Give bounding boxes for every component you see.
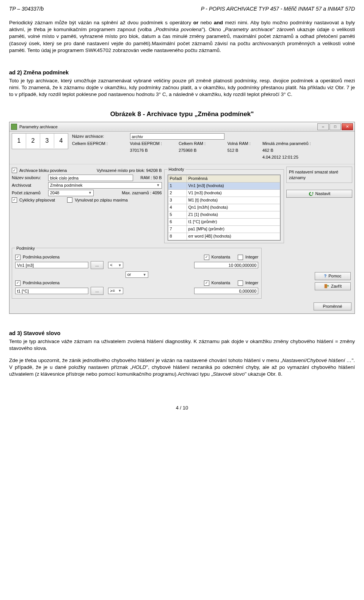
- values-legend: Hodnoty: [168, 167, 185, 172]
- stat-ram-total: 512 B: [228, 148, 259, 153]
- table-row: 7pa1 [MPa] (průměr): [168, 225, 280, 233]
- chk-cond1-const[interactable]: ✓: [204, 255, 209, 260]
- close-button[interactable]: ✕: [342, 123, 353, 130]
- page-footer: 4 / 10: [9, 405, 355, 411]
- left-panel: ✓ Archivace bloku povolena Vyhrazené mís…: [12, 167, 162, 243]
- chk-cond2-const[interactable]: ✓: [204, 280, 209, 286]
- stat-eeprom-total: 370176 B: [130, 148, 176, 153]
- record-count-select[interactable]: 2048▼: [48, 190, 94, 196]
- chk-cond1-int[interactable]: [238, 255, 243, 260]
- cond-operator-select[interactable]: or▼: [126, 271, 148, 278]
- tab-1[interactable]: 1: [12, 134, 26, 149]
- table-row: 5Z1 [1] (hodnota): [168, 211, 280, 218]
- doc-id: TP – 304337/b: [9, 5, 44, 13]
- stat-lastchange-lbl: Minulá změna parametrů :: [262, 141, 352, 146]
- chevron-down-icon: ▼: [157, 183, 160, 187]
- chevron-down-icon: ▼: [88, 191, 92, 195]
- set-button[interactable]: Nastavit: [286, 190, 352, 198]
- figure-caption: Obrázek 8 - Archivace typu „Změna podmín…: [9, 110, 355, 119]
- chk-cond1-label: Podmínka povolena: [23, 254, 60, 260]
- table-row: 4Qn1 [m3/h] (hodnota): [168, 204, 280, 211]
- minimize-button[interactable]: –: [317, 123, 329, 130]
- page-header: TP – 304337/b P - POPIS ARCHIVACE TYP 45…: [9, 5, 355, 13]
- values-group: Hodnoty PořadíProměnná 1Vn1 [m3] (hodnot…: [164, 167, 284, 243]
- values-grid[interactable]: PořadíProměnná 1Vn1 [m3] (hodnota) 2V1 […: [168, 175, 281, 241]
- refresh-icon: [308, 191, 314, 197]
- chk-cond2-enabled[interactable]: ✓: [15, 280, 20, 286]
- col-promenna: Proměnná: [187, 175, 280, 182]
- table-row: 1Vn1 [m3] (hodnota): [168, 182, 280, 189]
- name-label: Název archivace:: [72, 134, 127, 139]
- app-icon: [11, 124, 17, 130]
- chk-cond2-int[interactable]: [238, 280, 243, 286]
- chk-zero-label: Vynulovat po zápisu maxima: [75, 197, 128, 203]
- stat-eeprom-total-lbl: Celkem EEPROM :: [72, 141, 127, 146]
- filename-label: Název souboru:: [12, 175, 46, 181]
- table-row: 3M1 [t] (hodnota): [168, 197, 280, 204]
- chk-cyclic[interactable]: ✓: [12, 197, 17, 203]
- table-row: 2V1 [m3] (hodnota): [168, 189, 280, 197]
- chk-cyclic-label: Cyklicky přepisovat: [19, 197, 55, 203]
- pocet-label: Počet záznamů: [12, 190, 46, 196]
- cond1-var-browse[interactable]: ...: [91, 261, 104, 269]
- chk-cond1-enabled[interactable]: ✓: [15, 255, 20, 260]
- filename-input[interactable]: blok cislo jedna: [48, 175, 133, 181]
- col-poradi: Pořadí: [168, 175, 187, 182]
- archivovat-label: Archivovat: [12, 183, 46, 188]
- table-row: 8err word [4B] (hodnota): [168, 233, 280, 240]
- chk-zero-after-max[interactable]: [67, 197, 72, 203]
- ram-label: RAM : 50 B: [135, 175, 162, 181]
- maximize-button[interactable]: □: [329, 123, 341, 130]
- chevron-down-icon: ▼: [118, 288, 122, 293]
- side-buttons: ? Pomoc Zavřít: [264, 246, 352, 299]
- stat-ram-free: 462 B: [262, 148, 294, 153]
- stat-lastchange: 4.04.2012 12:01:25: [262, 154, 352, 160]
- cond2-var-browse[interactable]: ...: [91, 287, 104, 295]
- tab-2[interactable]: 2: [26, 134, 40, 148]
- chk-archive-enabled[interactable]: ✓: [12, 168, 17, 173]
- tab-3[interactable]: 3: [40, 134, 54, 148]
- cond1-val-input[interactable]: 10 000,000000: [194, 262, 258, 268]
- top-panel: 1 2 3 4 Název archivace: archiv Celkem E…: [9, 132, 355, 164]
- tab-4[interactable]: 4: [54, 134, 68, 148]
- stat-eeprom-free-lbl: Volná EEPROM :: [130, 141, 176, 146]
- max-records-label: Max. zaznamů : 4096: [122, 190, 162, 196]
- titlebar: Parametry archivace – □ ✕: [9, 122, 355, 132]
- archive-name-input[interactable]: archiv: [130, 133, 224, 140]
- variables-button[interactable]: Proměnné: [314, 302, 351, 310]
- paragraph-3a: Tento je typ archivace váže záznam na už…: [9, 338, 355, 352]
- help-icon: ?: [324, 273, 326, 279]
- chk-archive-enabled-label: Archivace bloku povolena: [19, 168, 67, 173]
- stat-ram-free-lbl: Volná RAM :: [228, 141, 259, 146]
- paragraph-2: Toto je typ archivace, který umožňuje za…: [9, 77, 355, 98]
- table-row: 6t1 [°C] (průměr): [168, 218, 280, 225]
- alloc-label: Vyhrazené místo pro blok: 94208 B: [97, 168, 162, 173]
- side-note: Při nastavení smazat staré záznamy: [286, 167, 352, 183]
- help-button[interactable]: ? Pomoc: [315, 272, 351, 280]
- side-panel: Při nastavení smazat staré záznamy Nasta…: [286, 167, 352, 243]
- cond2-val-input[interactable]: 0,000000: [194, 288, 258, 294]
- chk-cond2-label: Podmínka povolena: [23, 280, 60, 286]
- paragraph-1: Periodický záznam může být vázán na spln…: [9, 19, 355, 54]
- heading-ad3: ad 3) Stavové slovo: [9, 330, 355, 337]
- chevron-down-icon: ▼: [143, 272, 146, 277]
- conditions-group: Podmínky ✓ Podmínka povolena ✓Konstanta …: [12, 246, 262, 299]
- archive-type-select[interactable]: Změna podmínek▼: [48, 182, 162, 189]
- paragraph-3b: Zde je třeba upozornit, že zánik jednotl…: [9, 357, 355, 378]
- doc-title: P - POPIS ARCHIVACE TYP 457 - Měřič INMA…: [201, 5, 355, 13]
- block-tabs: 1 2 3 4: [12, 133, 68, 149]
- cond2-op-select[interactable]: >=▼: [108, 288, 123, 294]
- window-title: Parametry archivace: [19, 124, 58, 130]
- app-window: Parametry archivace – □ ✕ 1 2 3 4 Název …: [9, 122, 355, 314]
- stat-eeprom-free: 275968 B: [179, 148, 224, 153]
- chevron-down-icon: ▼: [118, 263, 122, 268]
- cond1-var-input[interactable]: Vn1 [m3]: [15, 262, 88, 268]
- conditions-legend: Podmínky: [15, 246, 36, 251]
- heading-ad2: ad 2) Změna podmínek: [9, 69, 355, 77]
- cond1-op-select[interactable]: <▼: [108, 262, 123, 268]
- door-icon: [324, 283, 329, 289]
- cond2-var-input[interactable]: t1 [°C]: [15, 288, 88, 294]
- stat-ram-total-lbl: Celkem RAM :: [179, 141, 224, 146]
- close-dialog-button[interactable]: Zavřít: [315, 282, 351, 290]
